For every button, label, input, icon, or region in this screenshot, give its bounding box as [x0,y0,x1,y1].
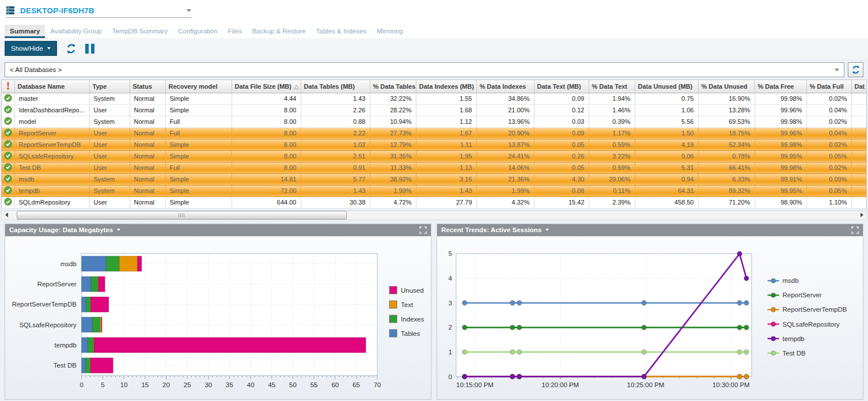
cell-dat [851,162,867,173]
cell-data-tables: 28.22% [370,104,416,116]
svg-text:2: 2 [449,324,452,331]
cell-data-text-mb: 0.26 [534,150,589,162]
svg-text:0: 0 [449,373,452,380]
table-row-msdb[interactable]: msdbSystemNormalSimple14.815.7738.92%3.1… [2,173,867,185]
column-header-status[interactable]: Status [130,80,165,93]
cell-type: User [89,139,130,150]
cell-data-tables-mb: 2.22 [301,127,370,139]
table-row-model[interactable]: modelSystemNormalFull8.000.8810.94%1.121… [2,116,867,127]
cell-status: Normal [130,173,165,185]
svg-text:10:15:00 PM: 10:15:00 PM [456,381,494,388]
svg-text:SQLsafeRepository: SQLsafeRepository [783,320,840,327]
svg-text:Indexes: Indexes [401,315,424,322]
svg-text:60: 60 [331,381,339,388]
svg-text:10:30:00 PM: 10:30:00 PM [712,381,750,388]
cell-data-unused-mb: 5.56 [635,116,698,127]
cell-data-indexes: 14.06% [476,162,534,173]
tab-mirroring[interactable]: Mirroring [372,25,408,38]
capacity-usage-header[interactable]: Capacity Usage: Data Megabytes [5,224,431,236]
column-header-data-unused[interactable]: % Data Unused [698,80,755,93]
legend-item-reportservertempdb: ReportServerTempDB [768,306,847,313]
pause-icon[interactable] [85,44,94,54]
horizontal-scrollbar[interactable] [1,210,867,220]
cell-database-name: IderaDashboardRepo... [14,104,89,116]
cell-data-free: 99.96% [755,127,806,139]
cell-data-unused: 71.20% [698,196,755,208]
column-header-type[interactable]: Type [89,80,130,93]
column-header-data-unused-mb[interactable]: Data Unused (MB) [635,80,698,93]
cell-database-name: master [14,93,89,104]
tab-configuration[interactable]: Configuration [173,25,222,38]
cell-data-unused: 13.28% [698,104,755,116]
capacity-usage-chart: msdbReportServerReportServerTempDBSQLsaf… [5,236,431,399]
column-header-recovery-model[interactable]: Recovery model [165,80,232,93]
scrollbar-thumb[interactable] [17,211,347,220]
tab-tempdb-summary[interactable]: TempDB Summary [107,25,173,38]
expand-icon[interactable] [419,226,427,234]
svg-text:15: 15 [141,381,149,388]
table-row-reportserver[interactable]: ReportServerUserNormalFull8.002.2227.73%… [2,127,867,139]
legend-item-unused: Unused [389,286,424,294]
svg-text:1: 1 [449,348,452,355]
cell-data-indexes: 34.86% [476,93,534,104]
status-ok-icon [2,150,14,162]
cell-data-unused-mb: 0.06 [635,150,698,162]
cell-status: Normal [130,116,165,127]
column-header-database-name[interactable]: Database Name [14,80,89,93]
cell-type: System [89,93,130,104]
svg-text:30: 30 [204,381,212,388]
column-header-data-full[interactable]: % Data Full [806,80,851,93]
status-ok-icon [2,127,14,139]
tab-summary[interactable]: Summary [5,25,45,38]
column-header-data-file-size-mb[interactable]: Data File Size (MB) [232,80,301,93]
column-header-alert[interactable] [2,80,14,93]
svg-text:55: 55 [310,381,318,388]
server-selector[interactable]: DESKTOP-IF6DH7B [6,6,191,18]
cell-data-unused: 6.33% [698,173,755,185]
table-row-tempdb[interactable]: tempdbSystemNormalSimple72.001.431.99%1.… [2,185,867,196]
legend-item-reportserver: ReportServer [768,292,822,298]
column-header-data-text-mb[interactable]: Data Text (MB) [534,80,589,93]
cell-data-indexes-mb: 1.95 [416,150,476,162]
column-header-data-tables-mb[interactable]: Data Tables (MB) [301,80,370,93]
table-row-sqldmrepository[interactable]: SQLdmRepositoryUserNormalSimple644.0030.… [2,196,867,208]
table-row-master[interactable]: masterSystemNormalSimple4.441.4332.22%1.… [2,93,867,104]
cell-data-indexes: 24.41% [476,150,534,162]
database-filter-dropdown[interactable]: < All Databases > [5,62,844,77]
expand-icon[interactable] [851,226,859,234]
column-header-data-indexes-mb[interactable]: Data Indexes (MB) [416,80,476,93]
scrollbar-track[interactable] [11,211,857,220]
sort-asc-icon [294,85,299,89]
table-row-reportservertempdb[interactable]: ReportServerTempDBUserNormalSimple8.001.… [2,139,867,150]
filter-refresh-button[interactable] [848,62,863,77]
cell-data-tables: 31.35% [370,150,416,162]
scroll-left-arrow[interactable] [2,211,11,220]
column-header-data-text[interactable]: % Data Text [589,80,635,93]
cell-data-file-size-mb: 644.00 [232,196,301,208]
refresh-icon[interactable] [66,43,77,54]
cell-dat [851,185,867,196]
column-header-data-indexes[interactable]: % Data Indexes [476,80,534,93]
column-header-data-free[interactable]: % Data Free [755,80,806,93]
tab-files[interactable]: Files [223,25,247,38]
table-row-test-db[interactable]: Test DBUserNormalFull8.000.9111.33%1.131… [2,162,867,173]
cell-recovery-model: Full [165,162,232,173]
tab-availability-group[interactable]: Availability Group [45,25,107,38]
column-header-data-tables[interactable]: % Data Tables [370,80,416,93]
cell-recovery-model: Simple [165,139,232,150]
recent-trends-header[interactable]: Recent Trends: Active Sessions [437,224,863,236]
tab-tables-indexes[interactable]: Tables & Indexes [311,25,372,38]
cell-data-text: 1.46% [589,104,635,116]
cell-data-text: 1.17% [589,127,635,139]
cell-recovery-model: Simple [165,185,232,196]
tab-backup-restore[interactable]: Backup & Restore [247,25,311,38]
cell-status: Normal [130,93,165,104]
table-row-sqlsaferepository[interactable]: SQLsafeRepositoryUserNormalSimple8.002.5… [2,150,867,162]
cell-data-indexes: 4.32% [476,196,534,208]
server-name: DESKTOP-IF6DH7B [20,6,182,15]
table-row-ideradashboardrepo[interactable]: IderaDashboardRepo...UserNormalSimple8.0… [2,104,867,116]
column-header-dat[interactable]: Dat [851,80,867,93]
scroll-right-arrow[interactable] [857,211,866,220]
svg-text:4: 4 [449,275,453,282]
show-hide-button[interactable]: Show/Hide [5,41,57,56]
